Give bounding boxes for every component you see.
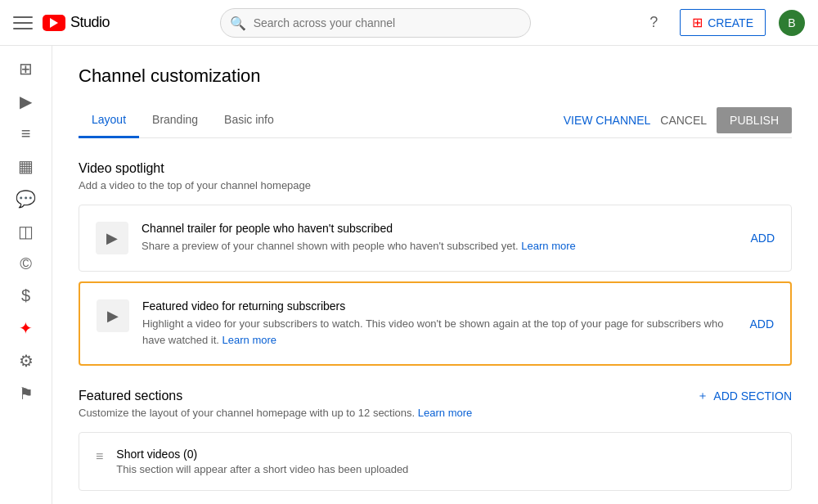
copyright-icon: ©	[20, 254, 32, 273]
channel-trailer-learn-more[interactable]: Learn more	[521, 240, 575, 252]
earn-icon: $	[21, 286, 30, 305]
sidebar-item-customization[interactable]: ✦	[0, 312, 52, 344]
avatar-letter: B	[788, 16, 795, 29]
tab-branding[interactable]: Branding	[139, 103, 211, 138]
video-spotlight-section: Video spotlight Add a video to the top o…	[79, 161, 792, 366]
featured-video-icon: ▶	[97, 299, 129, 332]
channel-trailer-card: ▶ Channel trailer for people who haven't…	[79, 205, 792, 272]
create-label: CREATE	[708, 16, 753, 29]
featured-video-add-button[interactable]: ADD	[749, 317, 774, 331]
add-section-plus-icon: ＋	[697, 389, 708, 403]
channel-trailer-body: Channel trailer for people who haven't s…	[142, 222, 737, 254]
cancel-button[interactable]: CANCEL	[660, 114, 707, 127]
sidebar-item-content[interactable]: ▶	[0, 85, 52, 118]
customization-icon: ✦	[19, 318, 33, 338]
featured-sections-header: Featured sections ＋ ADD SECTION	[79, 389, 792, 403]
comments-icon: 💬	[16, 189, 36, 209]
analytics-icon: ▦	[18, 156, 34, 176]
sidebar-item-analytics[interactable]: ▦	[0, 150, 52, 182]
short-videos-desc: This section will appear after a short v…	[116, 463, 775, 475]
search-bar: 🔍	[110, 8, 640, 38]
add-section-label: ADD SECTION	[713, 389, 792, 403]
sidebar-item-feedback[interactable]: ⚑	[0, 377, 52, 410]
drag-handle-icon[interactable]: ≡	[96, 449, 103, 464]
short-videos-card: ≡ Short videos (0) This section will app…	[79, 432, 792, 491]
video-spotlight-title: Video spotlight	[79, 161, 792, 176]
sidebar-item-settings[interactable]: ⚙	[0, 344, 52, 377]
sidebar-item-playlists[interactable]: ≡	[0, 118, 52, 150]
sidebar-item-dashboard[interactable]: ⊞	[0, 52, 52, 85]
tabs-right: VIEW CHANNEL CANCEL PUBLISH	[564, 107, 792, 133]
create-icon: ⊞	[692, 15, 703, 30]
settings-icon: ⚙	[19, 351, 34, 371]
publish-button[interactable]: PUBLISH	[717, 107, 792, 133]
featured-sections-title: Featured sections	[79, 389, 182, 403]
playlists-icon: ≡	[21, 124, 31, 143]
sidebar-item-subtitles[interactable]: ◫	[0, 215, 52, 248]
tab-layout[interactable]: Layout	[79, 103, 139, 138]
channel-trailer-desc: Share a preview of your channel shown wi…	[142, 238, 737, 254]
short-videos-title: Short videos (0)	[116, 448, 775, 461]
channel-trailer-icon: ▶	[96, 222, 128, 254]
view-channel-button[interactable]: VIEW CHANNEL	[564, 114, 651, 127]
create-button[interactable]: ⊞ CREATE	[680, 9, 766, 36]
sidebar-item-comments[interactable]: 💬	[0, 182, 52, 215]
help-button[interactable]: ?	[640, 10, 667, 36]
header-right: ? ⊞ CREATE B	[640, 9, 805, 36]
search-icon: 🔍	[230, 15, 246, 30]
sidebar-item-earn[interactable]: $	[0, 280, 52, 312]
video-spotlight-subtitle: Add a video to the top of your channel h…	[79, 179, 792, 191]
menu-icon[interactable]	[13, 13, 33, 33]
main-content: Channel customization Layout Branding Ba…	[52, 46, 818, 504]
page-title: Channel customization	[79, 65, 792, 87]
app-body: ⊞ ▶ ≡ ▦ 💬 ◫ © $ ✦ ⚙ ⚑	[0, 46, 818, 504]
featured-sections-subtitle: Customize the layout of your channel hom…	[79, 407, 792, 419]
tabs-left: Layout Branding Basic info	[79, 103, 287, 137]
add-section-button[interactable]: ＋ ADD SECTION	[697, 389, 792, 403]
featured-sections-learn-more[interactable]: Learn more	[418, 407, 472, 419]
short-videos-body: Short videos (0) This section will appea…	[116, 448, 775, 475]
sidebar-item-copyright[interactable]: ©	[0, 248, 52, 280]
channel-trailer-add-button[interactable]: ADD	[750, 232, 775, 245]
logo[interactable]: Studio	[43, 14, 110, 31]
featured-video-body: Featured video for returning subscribers…	[142, 299, 736, 348]
featured-video-learn-more[interactable]: Learn more	[222, 334, 276, 346]
featured-video-title: Featured video for returning subscribers	[142, 299, 736, 313]
help-icon: ?	[649, 14, 658, 31]
tabs-row: Layout Branding Basic info VIEW CHANNEL …	[79, 103, 792, 138]
content-icon: ▶	[20, 92, 32, 111]
search-input[interactable]	[220, 8, 531, 38]
studio-label: Studio	[70, 14, 110, 31]
featured-sections-section: Featured sections ＋ ADD SECTION Customiz…	[79, 389, 792, 491]
subtitles-icon: ◫	[18, 222, 34, 241]
tab-basic-info[interactable]: Basic info	[211, 103, 287, 138]
featured-video-card: ▶ Featured video for returning subscribe…	[79, 281, 792, 366]
channel-trailer-title: Channel trailer for people who haven't s…	[142, 222, 737, 235]
header: Studio 🔍 ? ⊞ CREATE B	[0, 0, 818, 46]
sidebar: ⊞ ▶ ≡ ▦ 💬 ◫ © $ ✦ ⚙ ⚑	[0, 46, 52, 504]
featured-video-desc: Highlight a video for your subscribers t…	[142, 316, 736, 348]
dashboard-icon: ⊞	[19, 59, 33, 79]
feedback-icon: ⚑	[19, 384, 34, 403]
avatar[interactable]: B	[779, 10, 805, 36]
youtube-logo-icon	[43, 15, 65, 31]
